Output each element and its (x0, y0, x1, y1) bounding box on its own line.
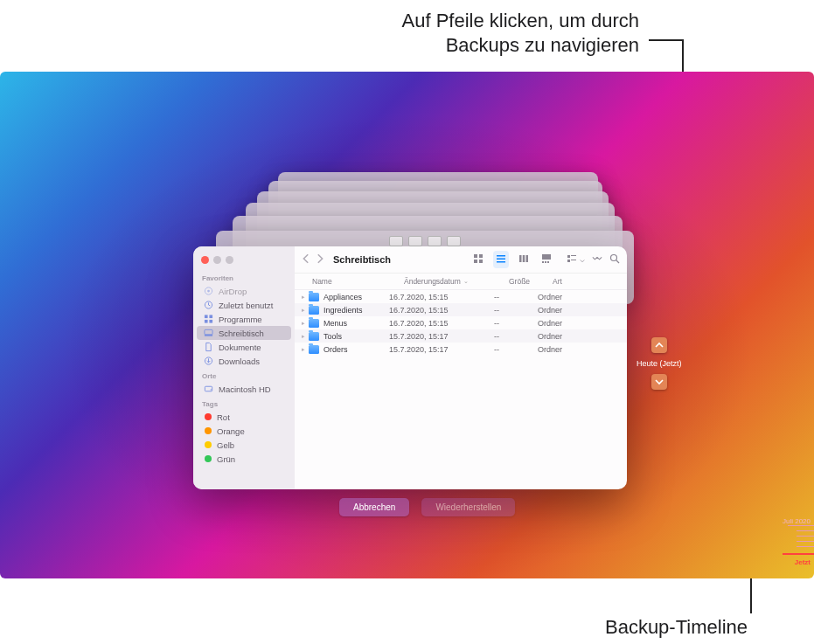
search-button[interactable] (609, 253, 620, 266)
file-size: -- (494, 332, 538, 341)
clock-icon (204, 301, 213, 310)
column-name[interactable]: Name (312, 277, 404, 286)
table-row[interactable]: ▸ Tools 15.7.2020, 15:17 -- Ordner (295, 329, 627, 343)
tag-color-dot (205, 413, 212, 420)
time-machine-screenshot: Favoriten AirDrop Zuletzt benutzt Progra… (0, 72, 814, 578)
desktop-icon (204, 329, 213, 338)
cancel-button[interactable]: Abbrechen (339, 498, 409, 516)
finder-sidebar: Favoriten AirDrop Zuletzt benutzt Progra… (193, 246, 295, 489)
sidebar-item-label: Grün (217, 454, 235, 464)
finder-main-panel: Schreibtisch (295, 246, 627, 489)
view-list-button[interactable] (493, 251, 509, 268)
svg-rect-15 (479, 260, 483, 263)
disclosure-triangle-icon[interactable]: ▸ (302, 294, 309, 301)
svg-rect-19 (519, 255, 522, 262)
sidebar-section-favorites: Favoriten (193, 270, 295, 284)
nav-back-button[interactable] (302, 252, 312, 267)
svg-rect-3 (205, 315, 208, 318)
window-controls[interactable] (193, 250, 295, 270)
file-date: 16.7.2020, 15:15 (389, 319, 494, 328)
doc-icon (204, 343, 213, 352)
column-headers[interactable]: Name Änderungsdatum ⌄ Größe Art (295, 274, 627, 290)
view-columns-button[interactable] (516, 251, 532, 268)
toolbar-overflow-button[interactable] (592, 253, 602, 266)
sidebar-tag-grün[interactable]: Grün (197, 452, 291, 466)
svg-rect-27 (571, 255, 576, 256)
sidebar-tag-rot[interactable]: Rot (197, 410, 291, 424)
file-name: Tools (324, 332, 342, 341)
svg-rect-14 (474, 260, 477, 263)
airdrop-icon (204, 287, 213, 296)
backup-navigation: Heute (Jetzt) (637, 337, 682, 390)
timeline-month-label: Juli 2020 (758, 517, 814, 525)
zoom-button[interactable] (226, 256, 233, 264)
column-date-label: Änderungsdatum (404, 277, 461, 286)
tag-color-dot (205, 427, 212, 434)
svg-line-31 (616, 260, 619, 263)
backup-timeline[interactable]: Juli 2020 Jetzt (758, 517, 814, 566)
nav-older-backup-button[interactable] (651, 337, 667, 353)
svg-rect-20 (523, 255, 525, 262)
sidebar-item-downloads[interactable]: Downloads (197, 354, 291, 368)
sidebar-item-airdrop[interactable]: AirDrop (197, 284, 291, 298)
svg-rect-4 (209, 315, 212, 318)
svg-rect-10 (205, 386, 212, 391)
column-size[interactable]: Größe (509, 277, 553, 286)
download-icon (204, 357, 213, 366)
file-date: 16.7.2020, 15:15 (389, 306, 494, 315)
table-row[interactable]: ▸ Ingredients 16.7.2020, 15:15 -- Ordner (295, 303, 627, 316)
hdd-icon (204, 384, 213, 394)
table-row[interactable]: ▸ Appliances 16.7.2020, 15:15 -- Ordner (295, 290, 627, 303)
file-name: Orders (324, 345, 348, 354)
svg-rect-26 (567, 255, 570, 258)
disclosure-triangle-icon[interactable]: ▸ (302, 346, 309, 353)
svg-rect-17 (497, 259, 505, 260)
svg-rect-22 (542, 254, 551, 260)
table-row[interactable]: ▸ Menus 16.7.2020, 15:15 -- Ordner (295, 316, 627, 329)
file-size: -- (494, 306, 538, 315)
sidebar-item-zuletzt-benutzt[interactable]: Zuletzt benutzt (197, 298, 291, 312)
view-icons-button[interactable] (470, 251, 486, 268)
file-size: -- (494, 319, 538, 328)
disclosure-triangle-icon[interactable]: ▸ (302, 333, 309, 340)
minimize-button[interactable] (213, 256, 221, 264)
sidebar-item-programme[interactable]: Programme (197, 312, 291, 326)
svg-rect-24 (545, 261, 546, 263)
sidebar-tag-gelb[interactable]: Gelb (197, 438, 291, 452)
file-kind: Ordner (538, 345, 618, 354)
folder-icon (309, 293, 319, 301)
svg-rect-18 (497, 261, 505, 263)
svg-point-30 (611, 255, 617, 261)
sidebar-tag-orange[interactable]: Orange (197, 424, 291, 438)
sidebar-item-macintosh-hd[interactable]: Macintosh HD (197, 382, 291, 396)
sidebar-item-schreibtisch[interactable]: Schreibtisch (197, 326, 291, 340)
svg-rect-16 (497, 255, 505, 257)
restore-button[interactable]: Wiederherstellen (421, 498, 515, 516)
column-date[interactable]: Änderungsdatum ⌄ (404, 277, 509, 286)
file-kind: Ordner (538, 306, 618, 315)
sidebar-item-label: AirDrop (219, 287, 247, 296)
file-name: Menus (324, 319, 347, 328)
svg-rect-12 (474, 254, 477, 258)
disclosure-triangle-icon[interactable]: ▸ (302, 320, 309, 327)
nav-forward-button[interactable] (314, 252, 324, 267)
column-kind[interactable]: Art (553, 277, 618, 286)
tag-color-dot (205, 455, 212, 462)
file-name: Appliances (324, 293, 362, 301)
file-date: 15.7.2020, 15:17 (389, 345, 494, 354)
sidebar-item-dokumente[interactable]: Dokumente (197, 340, 291, 354)
svg-rect-8 (205, 335, 212, 336)
file-name: Ingredients (324, 306, 363, 315)
nav-newer-backup-button[interactable] (651, 374, 667, 390)
group-by-button[interactable] (567, 253, 585, 266)
table-row[interactable]: ▸ Orders 15.7.2020, 15:17 -- Ordner (295, 343, 627, 356)
view-gallery-button[interactable] (539, 251, 554, 268)
file-list: ▸ Appliances 16.7.2020, 15:15 -- Ordner … (295, 290, 627, 489)
close-button[interactable] (201, 256, 209, 264)
sidebar-section-locations: Orte (193, 368, 295, 382)
disclosure-triangle-icon[interactable]: ▸ (302, 307, 309, 314)
sidebar-item-label: Schreibtisch (219, 329, 264, 338)
annotation-leader (649, 39, 682, 41)
svg-rect-7 (205, 329, 212, 335)
sort-indicator-icon: ⌄ (463, 278, 469, 285)
